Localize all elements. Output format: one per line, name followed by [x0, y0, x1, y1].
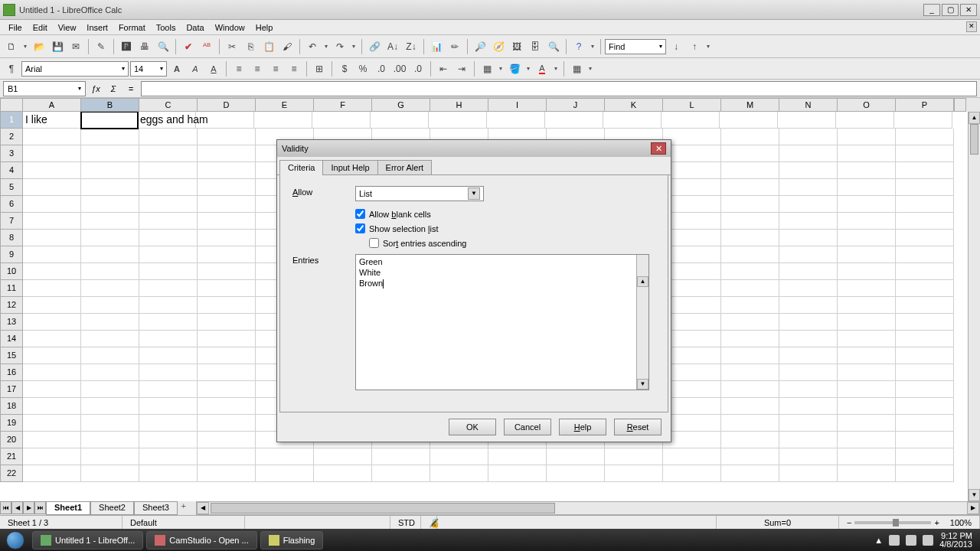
cell-M16[interactable]	[721, 364, 779, 381]
menu-insert[interactable]: Insert	[81, 21, 113, 34]
cell-D21[interactable]	[198, 448, 256, 465]
cell-C7[interactable]	[139, 213, 198, 230]
find-icon[interactable]: 🔎	[472, 38, 488, 55]
currency-icon[interactable]: $	[336, 60, 353, 77]
row-header-2[interactable]: 2	[0, 129, 23, 145]
undo-dropdown[interactable]: ▾	[322, 43, 330, 50]
cell-A1[interactable]: I like	[23, 112, 81, 129]
col-header-h[interactable]: H	[430, 98, 488, 112]
cell-K21[interactable]	[605, 448, 663, 465]
cell-N7[interactable]	[779, 213, 838, 230]
sort-ascending-input[interactable]	[369, 238, 379, 248]
tab-next-icon[interactable]: ▶	[23, 501, 34, 514]
dialog-titlebar[interactable]: Validity ✕	[277, 140, 671, 157]
cell-A9[interactable]	[23, 246, 81, 263]
cell-D6[interactable]	[198, 196, 256, 213]
cell-N22[interactable]	[779, 465, 838, 482]
row-header-7[interactable]: 7	[0, 213, 23, 230]
function-icon[interactable]: =	[123, 81, 139, 96]
entries-scroll-up-icon[interactable]: ▲	[637, 276, 648, 287]
cell-L3[interactable]	[663, 145, 721, 162]
cell-B5[interactable]	[81, 179, 139, 196]
signature-icon[interactable]: 🔏	[421, 516, 437, 529]
remove-decimal-icon[interactable]: .0	[410, 60, 426, 77]
tab-first-icon[interactable]: ⏮	[0, 501, 11, 514]
menu-data[interactable]: Data	[181, 21, 209, 34]
cell-N11[interactable]	[779, 280, 838, 297]
cell-L8[interactable]	[663, 230, 721, 246]
scroll-down-icon[interactable]: ▼	[969, 489, 980, 501]
cell-P19[interactable]	[896, 415, 954, 432]
add-sheet-icon[interactable]: +	[178, 501, 190, 515]
cell-O16[interactable]	[838, 364, 896, 381]
cell-N5[interactable]	[779, 179, 838, 196]
cell-L19[interactable]	[663, 415, 721, 432]
cell-P11[interactable]	[896, 280, 954, 297]
tab-prev-icon[interactable]: ◀	[11, 501, 23, 514]
cell-L11[interactable]	[663, 280, 721, 297]
save-icon[interactable]: 💾	[49, 38, 66, 55]
cell-O15[interactable]	[838, 347, 896, 364]
bold-icon[interactable]: A	[168, 60, 185, 77]
cell-L6[interactable]	[663, 196, 721, 213]
cell-M3[interactable]	[721, 145, 779, 162]
tab-last-icon[interactable]: ⏭	[34, 501, 46, 514]
col-header-g[interactable]: G	[372, 98, 430, 112]
align-center-icon[interactable]: ≡	[249, 60, 266, 77]
cell-M6[interactable]	[721, 196, 779, 213]
cell-F22[interactable]	[314, 465, 372, 482]
minimize-button[interactable]: _	[923, 4, 940, 16]
cell-A14[interactable]	[23, 331, 81, 347]
cell-D14[interactable]	[198, 331, 256, 347]
sort-desc-icon[interactable]: Z↓	[403, 38, 420, 55]
cell-O11[interactable]	[838, 280, 896, 297]
cell-L20[interactable]	[663, 432, 721, 448]
cell-D1[interactable]	[196, 112, 254, 129]
cell-A12[interactable]	[23, 297, 81, 314]
cell-L18[interactable]	[663, 398, 721, 415]
edit-file-icon[interactable]: ✎	[93, 38, 109, 55]
cell-B18[interactable]	[81, 398, 139, 415]
cell-M11[interactable]	[721, 280, 779, 297]
sheet-tab-2[interactable]: Sheet2	[90, 501, 134, 515]
decrease-indent-icon[interactable]: ⇤	[435, 60, 452, 77]
cell-N4[interactable]	[779, 162, 838, 179]
cell-M12[interactable]	[721, 297, 779, 314]
cell-N6[interactable]	[779, 196, 838, 213]
menu-help[interactable]: Help	[250, 21, 279, 34]
insert-mode[interactable]: STD	[390, 516, 421, 529]
cell-O18[interactable]	[838, 398, 896, 415]
number-format-icon[interactable]: .0	[373, 60, 390, 77]
vertical-scrollbar[interactable]: ▲ ▼	[968, 112, 980, 501]
cell-L9[interactable]	[663, 246, 721, 263]
tray-show-hidden-icon[interactable]: ▲	[874, 536, 883, 545]
cell-O13[interactable]	[838, 314, 896, 331]
print-icon[interactable]: 🖶	[136, 38, 153, 55]
row-header-17[interactable]: 17	[0, 381, 23, 398]
increase-indent-icon[interactable]: ⇥	[453, 60, 470, 77]
paste-icon[interactable]: 📋	[260, 38, 277, 55]
ok-button[interactable]: OK	[449, 419, 496, 435]
find-combobox[interactable]: Find▾	[605, 39, 666, 54]
cell-M18[interactable]	[721, 398, 779, 415]
cell-H1[interactable]	[429, 112, 487, 129]
cell-B7[interactable]	[81, 213, 139, 230]
align-justify-icon[interactable]: ≡	[286, 60, 302, 77]
cell-B22[interactable]	[81, 465, 139, 482]
cell-P14[interactable]	[896, 331, 954, 347]
row-header-4[interactable]: 4	[0, 162, 23, 179]
cell-M17[interactable]	[721, 381, 779, 398]
cell-M4[interactable]	[721, 162, 779, 179]
cell-O4[interactable]	[838, 162, 896, 179]
cell-M21[interactable]	[721, 448, 779, 465]
name-box[interactable]: B1▾	[3, 81, 86, 96]
cell-L2[interactable]	[663, 129, 721, 145]
cell-N1[interactable]	[778, 112, 836, 129]
entries-scrollbar[interactable]: ▲ ▼	[636, 255, 648, 390]
cell-A2[interactable]	[23, 129, 81, 145]
cell-B2[interactable]	[81, 129, 139, 145]
styles-icon[interactable]: ¶	[3, 60, 20, 77]
chart-icon[interactable]: 📊	[428, 38, 445, 55]
open-icon[interactable]: 📂	[31, 38, 47, 55]
cell-C13[interactable]	[139, 314, 198, 331]
